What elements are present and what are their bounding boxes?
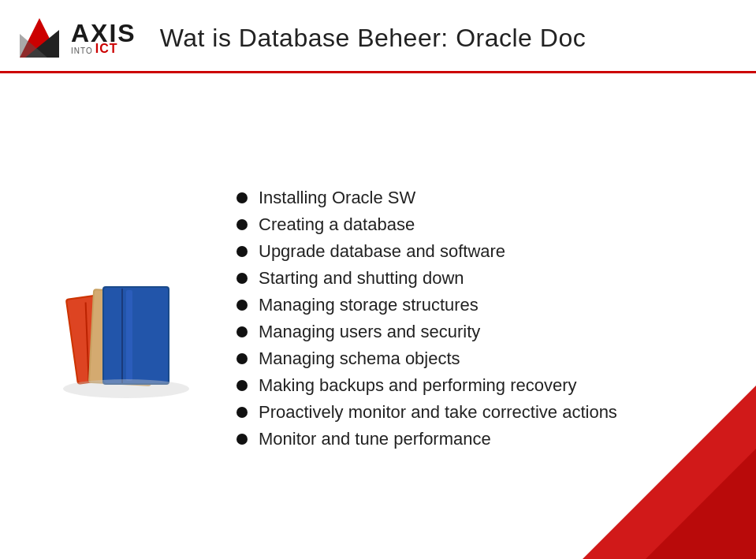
main-content: Installing Oracle SWCreating a databaseU… (0, 73, 756, 553)
list-item: Creating a database (236, 214, 617, 235)
list-item-text: Upgrade database and software (259, 241, 505, 262)
list-item: Starting and shutting down (236, 268, 617, 289)
list-item-text: Managing schema objects (259, 348, 460, 369)
bullet-dot-icon (236, 246, 248, 257)
list-item-text: Creating a database (259, 214, 415, 235)
logo-container: AXIS INTO ICT (16, 14, 136, 61)
bullet-dot-icon (236, 434, 248, 445)
bullet-dot-icon (236, 353, 248, 364)
bullet-dot-icon (236, 219, 248, 230)
list-item: Proactively monitor and take corrective … (236, 402, 617, 423)
list-item-text: Making backups and performing recovery (259, 375, 577, 396)
books-svg-icon (47, 263, 205, 412)
logo-text: AXIS INTO ICT (71, 20, 136, 55)
header: AXIS INTO ICT Wat is Database Beheer: Or… (0, 0, 756, 73)
content-list: Installing Oracle SWCreating a databaseU… (236, 188, 617, 456)
list-item-text: Installing Oracle SW (259, 188, 415, 208)
list-item-text: Proactively monitor and take corrective … (259, 402, 617, 423)
list-item: Making backups and performing recovery (236, 375, 617, 396)
list-item-text: Monitor and tune performance (259, 429, 491, 449)
list-item: Managing storage structures (236, 295, 617, 315)
list-item: Upgrade database and software (236, 241, 617, 262)
bullet-dot-icon (236, 300, 248, 311)
list-item: Managing users and security (236, 322, 617, 342)
list-item-text: Managing storage structures (259, 295, 479, 315)
logo-into-label: INTO (71, 47, 93, 55)
book-illustration (47, 263, 205, 420)
bullet-dot-icon (236, 407, 248, 418)
list-item-text: Managing users and security (259, 322, 480, 342)
list-item: Installing Oracle SW (236, 188, 617, 208)
list-item: Managing schema objects (236, 348, 617, 369)
bullet-dot-icon (236, 326, 248, 337)
bullet-dot-icon (236, 273, 248, 284)
logo-triangle-icon (16, 14, 63, 61)
svg-point-13 (63, 379, 189, 398)
page-title: Wat is Database Beheer: Oracle Doc (160, 24, 586, 53)
bullet-dot-icon (236, 380, 248, 391)
list-item-text: Starting and shutting down (259, 268, 464, 289)
logo-ict-label: ICT (95, 43, 118, 55)
list-item: Monitor and tune performance (236, 429, 617, 449)
svg-rect-10 (104, 288, 168, 383)
svg-rect-12 (126, 290, 132, 381)
logo-subtitle: INTO ICT (71, 43, 136, 55)
bullet-dot-icon (236, 192, 248, 203)
